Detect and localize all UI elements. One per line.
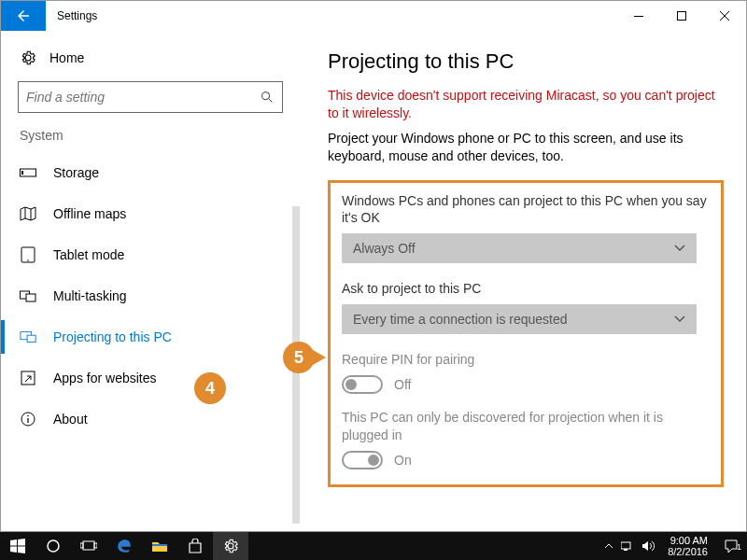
sidebar-item-label: About: [53, 412, 88, 427]
svg-rect-0: [634, 16, 643, 17]
start-button[interactable]: [0, 532, 35, 560]
nav-list: Storage Offline maps Tablet mode Multi-t…: [1, 152, 300, 440]
home-label: Home: [49, 50, 84, 65]
gear-icon: [20, 49, 36, 66]
svg-point-16: [48, 540, 59, 552]
sidebar-item-multitasking[interactable]: Multi-tasking: [1, 275, 300, 316]
back-button[interactable]: [1, 1, 46, 31]
chevron-down-icon: [674, 315, 685, 323]
taskview-icon: [80, 539, 97, 553]
windows-icon: [10, 539, 25, 553]
gear-icon: [222, 538, 239, 554]
sidebar-item-projecting[interactable]: Projecting to this PC: [1, 316, 300, 357]
system-tray[interactable]: [599, 540, 660, 552]
dropdown-value: Every time a connection is requested: [353, 312, 568, 327]
options-highlight-box: Windows PCs and phones can project to th…: [328, 180, 724, 487]
apps-icon: [20, 370, 36, 386]
clock-date: 8/2/2016: [668, 546, 708, 557]
sidebar-item-label: Tablet mode: [53, 247, 124, 262]
action-center-button[interactable]: 1: [715, 539, 747, 553]
search-icon: [260, 90, 275, 105]
taskview-button[interactable]: [71, 532, 106, 560]
clock-time: 9:00 AM: [668, 535, 708, 546]
search-input[interactable]: [26, 90, 260, 105]
svg-rect-11: [27, 335, 35, 342]
info-icon: [20, 411, 36, 427]
maximize-icon: [676, 10, 687, 21]
arrow-left-icon: [15, 7, 32, 24]
settings-window: Settings Home System: [0, 0, 747, 532]
close-icon: [719, 10, 730, 21]
sidebar-item-label: Offline maps: [53, 206, 126, 221]
sidebar-item-tablet-mode[interactable]: Tablet mode: [1, 234, 300, 275]
page-title: Projecting to this PC: [328, 49, 724, 74]
cortana-icon: [46, 539, 61, 553]
taskbar-settings[interactable]: [213, 532, 248, 560]
search-box[interactable]: [18, 81, 283, 113]
storage-icon: [20, 164, 36, 181]
chevron-down-icon: [674, 245, 685, 252]
sidebar-item-label: Apps for websites: [53, 371, 157, 385]
opt-project-permission-label: Windows PCs and phones can project to th…: [342, 192, 710, 226]
callout-badge-4: 4: [194, 372, 226, 404]
miracast-error: This device doesn't support receiving Mi…: [328, 87, 724, 122]
sidebar-item-storage[interactable]: Storage: [1, 152, 300, 193]
dropdown-value: Always Off: [353, 241, 416, 256]
sidebar-item-label: Multi-tasking: [53, 288, 127, 303]
taskbar-store[interactable]: [177, 532, 213, 560]
page-description: Project your Windows phone or PC to this…: [328, 130, 724, 165]
titlebar: Settings: [1, 1, 746, 31]
callout-badge-5: 5: [283, 342, 315, 373]
svg-point-7: [27, 259, 29, 261]
minimize-button[interactable]: [617, 1, 660, 31]
toggle-state: Off: [394, 377, 411, 392]
opt-plugged-in-label: This PC can only be discovered for proje…: [342, 409, 710, 442]
taskbar: 9:00 AM 8/2/2016 1: [0, 532, 747, 560]
edge-icon: [116, 538, 133, 554]
maximize-button[interactable]: [660, 1, 703, 31]
svg-point-14: [27, 415, 29, 417]
cortana-button[interactable]: [35, 532, 71, 560]
svg-rect-18: [80, 543, 83, 548]
section-label: System: [1, 126, 300, 152]
svg-rect-1: [678, 12, 686, 21]
multitask-icon: [20, 287, 36, 304]
svg-rect-19: [94, 543, 97, 548]
opt-ask-project-label: Ask to project to this PC: [342, 280, 710, 297]
taskbar-edge[interactable]: [106, 532, 142, 560]
close-button[interactable]: [703, 1, 746, 31]
folder-icon: [151, 539, 168, 553]
toggle-state: On: [394, 453, 412, 468]
window-title: Settings: [46, 1, 108, 31]
taskbar-explorer[interactable]: [142, 532, 177, 560]
tray-network-icon[interactable]: [621, 540, 634, 552]
opt-plugged-in-toggle[interactable]: [342, 451, 383, 469]
notification-count: 1: [737, 542, 741, 552]
sidebar-item-label: Projecting to this PC: [53, 329, 172, 344]
sidebar-item-apps-for-websites[interactable]: Apps for websites: [1, 357, 300, 399]
minimize-icon: [633, 10, 644, 21]
store-icon: [188, 539, 203, 553]
tablet-icon: [20, 246, 36, 263]
sidebar-item-label: Storage: [53, 165, 99, 180]
home-nav[interactable]: Home: [1, 42, 300, 81]
svg-point-2: [262, 92, 270, 100]
svg-rect-12: [21, 371, 35, 385]
sidebar-item-about[interactable]: About: [1, 399, 300, 440]
svg-rect-15: [27, 418, 28, 423]
tray-chevron-up-icon[interactable]: [604, 542, 613, 550]
content-pane: Projecting to this PC This device doesn'…: [300, 31, 746, 531]
svg-line-3: [269, 99, 272, 102]
opt-ask-project-dropdown[interactable]: Every time a connection is requested: [342, 304, 697, 334]
svg-rect-5: [21, 171, 23, 175]
tray-volume-icon[interactable]: [641, 540, 655, 552]
opt-require-pin-label: Require PIN for pairing: [342, 351, 710, 368]
sidebar: Home System Storage Offline maps: [1, 31, 300, 531]
opt-project-permission-dropdown[interactable]: Always Off: [342, 233, 697, 263]
taskbar-clock[interactable]: 9:00 AM 8/2/2016: [660, 535, 715, 557]
sidebar-item-offline-maps[interactable]: Offline maps: [1, 193, 300, 234]
opt-require-pin-toggle[interactable]: [342, 375, 383, 394]
svg-rect-9: [26, 294, 35, 301]
svg-rect-22: [624, 549, 627, 551]
svg-rect-21: [621, 542, 630, 549]
